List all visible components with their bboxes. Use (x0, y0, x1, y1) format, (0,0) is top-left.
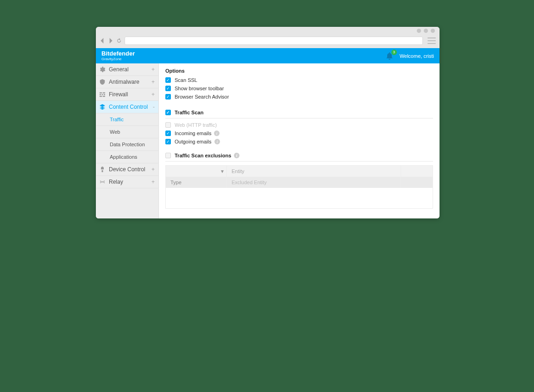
sidebar-label: Antimalware (109, 79, 139, 85)
checkbox-show-toolbar[interactable] (165, 86, 171, 91)
sidebar-item-antimalware[interactable]: Antimalware + (96, 76, 158, 88)
checkbox-traffic-exclusions[interactable] (165, 153, 171, 158)
notifications-icon[interactable]: 3 (386, 52, 393, 60)
window-maximize[interactable] (424, 29, 428, 33)
brand-subtitle: GravityZone (101, 57, 135, 61)
signal-icon (100, 179, 105, 185)
welcome-text[interactable]: Welcome, cristi (400, 53, 434, 59)
sidebar: General + Antimalware + Firewall + Conte… (96, 63, 159, 218)
browser-titlebar (96, 27, 440, 35)
sidebar-item-content-control[interactable]: Content Control - (96, 101, 158, 113)
window-controls (417, 29, 435, 33)
checkbox-outgoing-emails[interactable] (165, 139, 171, 144)
table-body-empty (166, 188, 433, 208)
checkbox-traffic-scan[interactable] (165, 110, 171, 115)
col-excluded-entity: Excluded Entity (227, 177, 401, 188)
info-icon[interactable]: i (214, 139, 220, 144)
label-web-http: Web (HTTP traffic) (175, 122, 217, 128)
url-bar[interactable] (125, 37, 423, 45)
sidebar-sub-traffic[interactable]: Traffic (96, 113, 158, 126)
app-header: Bitdefender GravityZone 3 Welcome, crist… (96, 48, 440, 63)
reload-icon[interactable] (116, 38, 122, 44)
browser-toolbar (96, 35, 440, 46)
add-exclusion-cell[interactable] (401, 166, 433, 177)
notification-badge: 3 (391, 50, 397, 55)
divider (165, 161, 433, 162)
content-panel: Options Scan SSL Show browser toolbar Br… (159, 63, 440, 218)
browser-window: Bitdefender GravityZone 3 Welcome, crist… (96, 27, 440, 218)
info-icon[interactable]: i (234, 153, 239, 158)
svg-point-0 (102, 181, 103, 182)
brand: Bitdefender GravityZone (101, 50, 135, 61)
label-show-toolbar: Show browser toolbar (175, 86, 224, 91)
sidebar-sub-data-protection[interactable]: Data Protection (96, 138, 158, 151)
type-dropdown-cell[interactable]: ▾ (166, 166, 227, 177)
entity-input-cell[interactable]: Entity (227, 166, 401, 177)
expand-icon: + (151, 91, 155, 98)
window-minimize[interactable] (417, 29, 421, 33)
label-search-advisor: Browser Search Advisor (175, 94, 229, 100)
expand-icon: + (151, 179, 155, 185)
divider (165, 118, 433, 118)
label-outgoing-emails: Outgoing emails (175, 139, 212, 144)
sidebar-sub-web[interactable]: Web (96, 126, 158, 138)
sidebar-label: Firewall (109, 91, 128, 98)
col-type: Type (166, 177, 227, 188)
label-incoming-emails: Incoming emails (175, 131, 211, 136)
firewall-icon (100, 92, 105, 97)
traffic-scan-heading: Traffic Scan (175, 110, 203, 115)
layers-icon (100, 104, 105, 110)
sidebar-label: Device Control (109, 166, 145, 173)
brand-name: Bitdefender (101, 50, 135, 56)
expand-icon: + (151, 79, 155, 85)
window-close[interactable] (431, 29, 435, 33)
label-scan-ssl: Scan SSL (175, 77, 197, 83)
col-actions (401, 177, 433, 188)
checkbox-web-http[interactable] (165, 122, 171, 128)
options-heading: Options (165, 68, 433, 74)
chevron-down-icon: ▾ (221, 168, 224, 174)
checkbox-search-advisor[interactable] (165, 94, 171, 100)
sidebar-item-relay[interactable]: Relay + (96, 176, 158, 188)
traffic-exclusions-heading: Traffic Scan exclusions (175, 153, 231, 158)
shield-icon (100, 79, 105, 85)
forward-icon[interactable] (108, 38, 113, 44)
sidebar-item-general[interactable]: General + (96, 63, 158, 76)
expand-icon: + (151, 66, 155, 73)
usb-icon (100, 167, 105, 172)
checkbox-scan-ssl[interactable] (165, 77, 171, 83)
sidebar-label: General (109, 66, 129, 73)
expand-icon: + (151, 166, 155, 173)
sidebar-label: Relay (109, 179, 123, 185)
sidebar-item-firewall[interactable]: Firewall + (96, 88, 158, 101)
gear-icon (100, 67, 105, 72)
sidebar-sub-applications[interactable]: Applications (96, 151, 158, 163)
checkbox-incoming-emails[interactable] (165, 131, 171, 136)
exclusions-table: ▾ Entity Type Excluded Entity (165, 165, 433, 209)
hamburger-icon[interactable] (427, 37, 436, 44)
sidebar-item-device-control[interactable]: Device Control + (96, 163, 158, 176)
collapse-icon: - (153, 104, 155, 110)
sidebar-label: Content Control (109, 104, 148, 110)
back-icon[interactable] (100, 38, 105, 44)
info-icon[interactable]: i (214, 131, 220, 136)
